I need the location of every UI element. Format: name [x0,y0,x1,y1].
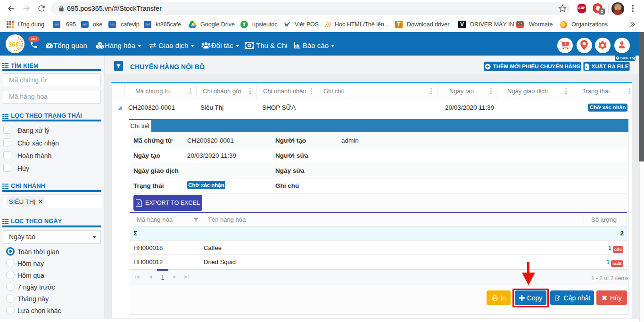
svg-text:x: x [586,65,587,68]
svg-text:365: 365 [8,41,19,48]
svg-text:x: x [137,201,140,206]
